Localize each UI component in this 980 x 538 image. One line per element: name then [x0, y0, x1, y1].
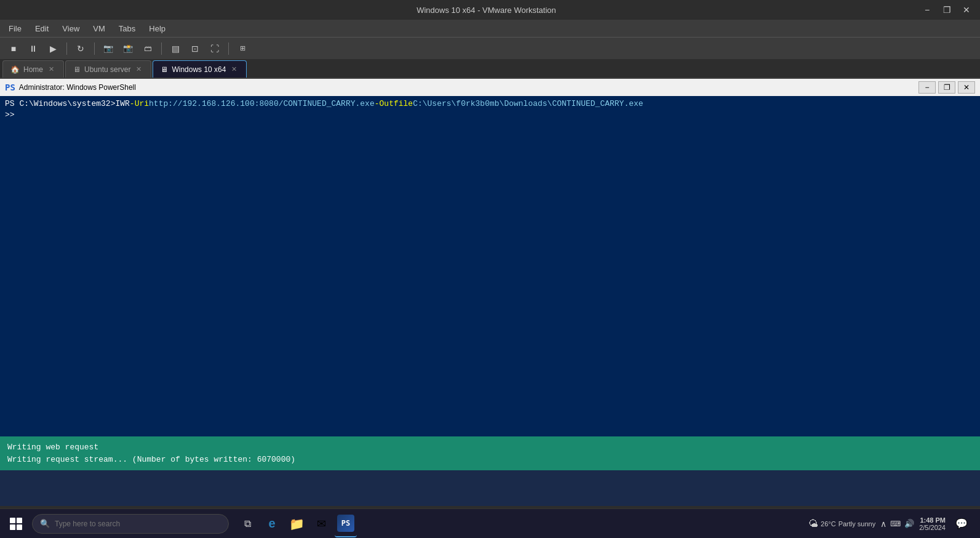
tab-windows10[interactable]: 🖥 Windows 10 x64 ✕	[153, 60, 247, 78]
ps-titlebar: PS Administrator: Windows PowerShell − ❐…	[0, 79, 980, 96]
refresh-button[interactable]: ↻	[72, 41, 89, 57]
ps-close-button[interactable]: ✕	[958, 81, 975, 94]
title-bar: Windows 10 x64 - VMware Workstation − ❐ …	[0, 0, 980, 20]
taskbar-icons: ⧉ e 📁 ✉ PS	[236, 510, 357, 537]
tab-home-close[interactable]: ✕	[47, 65, 56, 74]
fit-window-button[interactable]: ⊡	[186, 41, 204, 57]
weather-temp: 26°C	[821, 520, 836, 528]
tab-windows10-close[interactable]: ✕	[229, 65, 239, 74]
sidebar-toggle-button[interactable]: ▤	[167, 41, 184, 57]
ps-command-line: PS C:\Windows\system32> IWR -Uri http://…	[5, 98, 975, 110]
progress-line-1: Writing web request	[7, 441, 973, 454]
clock-time: 1:48 PM	[919, 516, 946, 524]
ps-window-title: Administrator: Windows PowerShell	[19, 83, 136, 92]
menu-vm[interactable]: VM	[87, 23, 111, 34]
ps-param-uri: -Uri	[130, 98, 149, 110]
edge-icon[interactable]: e	[261, 510, 283, 537]
close-button[interactable]: ✕	[958, 4, 975, 16]
tab-home-label: Home	[23, 65, 43, 74]
ps-titlebar-controls: − ❐ ✕	[918, 81, 975, 94]
logo-quad-4	[17, 524, 22, 530]
menu-bar: File Edit View VM Tabs Help	[0, 20, 980, 37]
start-button[interactable]	[2, 510, 30, 537]
pause-button[interactable]: ⏸	[25, 41, 42, 57]
ps-continuation-line: >>	[5, 110, 975, 121]
logo-quad-2	[17, 518, 22, 523]
clock[interactable]: 1:48 PM 2/5/2024	[919, 516, 946, 531]
ps-titlebar-title: PS Administrator: Windows PowerShell	[5, 82, 136, 92]
stop-button[interactable]: ■	[5, 41, 22, 57]
windows-icon: 🖥	[161, 65, 168, 74]
menu-edit[interactable]: Edit	[29, 23, 55, 34]
progress-text-1: Writing web request	[7, 443, 98, 452]
toolbar-separator-3	[161, 42, 162, 55]
tab-ubuntu-close[interactable]: ✕	[134, 65, 143, 74]
restore-button[interactable]: ❐	[938, 4, 955, 16]
tab-ubuntu[interactable]: 🖥 Ubuntu server ✕	[65, 60, 151, 78]
menu-tabs[interactable]: Tabs	[113, 23, 141, 34]
toolbar: ■ ⏸ ▶ ↻ 📷 📸 🗃 ▤ ⊡ ⛶ ⊞	[0, 37, 980, 59]
screenshot-button[interactable]: 📷	[100, 41, 117, 57]
snapshot-manager-button[interactable]: 🗃	[139, 41, 156, 57]
menu-view[interactable]: View	[56, 23, 86, 34]
tabs-bar: 🏠 Home ✕ 🖥 Ubuntu server ✕ 🖥 Windows 10 …	[0, 59, 980, 79]
fullscreen-button[interactable]: ⛶	[206, 41, 223, 57]
windows-logo	[10, 518, 22, 530]
powershell-window[interactable]: PS Administrator: Windows PowerShell − ❐…	[0, 79, 980, 470]
keyboard-icon[interactable]: ⌨	[890, 520, 901, 528]
weather-condition: Partly sunny	[839, 520, 876, 528]
toolbar-separator-4	[228, 42, 229, 55]
snapshot-button[interactable]: 📸	[119, 41, 137, 57]
play-button[interactable]: ▶	[44, 41, 62, 57]
tab-ubuntu-label: Ubuntu server	[84, 65, 130, 74]
taskbar: 🔍 ⧉ e 📁 ✉ PS 🌤 26°C Partly sunny ∧ ⌨ 🔊 1…	[0, 508, 980, 538]
home-icon: 🏠	[10, 65, 20, 74]
explorer-icon[interactable]: 📁	[285, 510, 308, 537]
ps-value-uri: http://192.168.126.100:8080/CONTINUED_CA…	[149, 98, 375, 110]
title-bar-title: Windows 10 x64 - VMware Workstation	[54, 6, 918, 15]
ps-param-outfile: -Outfile	[375, 98, 413, 110]
powershell-taskbar-icon[interactable]: PS	[335, 510, 357, 537]
ps-continuation: >>	[5, 110, 15, 121]
unity-button[interactable]: ⊞	[234, 41, 251, 57]
search-input[interactable]	[55, 520, 221, 528]
menu-help[interactable]: Help	[143, 23, 172, 34]
ps-prompt: PS C:\Windows\system32>	[5, 98, 115, 110]
ps-minimize-button[interactable]: −	[918, 81, 936, 94]
system-tray: ∧ ⌨ 🔊	[880, 519, 914, 529]
ps-icon-badge: PS	[337, 515, 354, 532]
ps-window-icon: PS	[5, 82, 15, 92]
ps-value-outfile: C:\Users\f0rk3b0mb\Downloads\CONTINUED_C…	[413, 98, 643, 110]
weather-widget[interactable]: 🌤 26°C Partly sunny	[808, 518, 875, 529]
progress-text-2: Writing request stream... (Number of byt…	[7, 455, 295, 464]
clock-date: 2/5/2024	[919, 524, 946, 531]
speaker-icon[interactable]: 🔊	[904, 519, 914, 528]
tab-home[interactable]: 🏠 Home ✕	[2, 60, 64, 78]
search-bar[interactable]: 🔍	[32, 514, 229, 534]
weather-icon: 🌤	[808, 518, 818, 529]
chevron-up-icon[interactable]: ∧	[880, 519, 886, 529]
notification-button[interactable]: 💬	[950, 510, 973, 537]
ps-cmd-iwr: IWR	[115, 98, 129, 110]
logo-quad-3	[10, 524, 15, 530]
menu-file[interactable]: File	[2, 23, 28, 34]
progress-line-2: Writing request stream... (Number of byt…	[7, 454, 973, 466]
minimize-button[interactable]: −	[918, 4, 936, 16]
logo-quad-1	[10, 518, 15, 523]
ps-restore-button[interactable]: ❐	[938, 81, 955, 94]
taskbar-right: 🌤 26°C Partly sunny ∧ ⌨ 🔊 1:48 PM 2/5/20…	[808, 510, 978, 537]
search-icon: 🔍	[40, 519, 50, 528]
tab-windows10-label: Windows 10 x64	[172, 65, 226, 74]
toolbar-separator-1	[66, 42, 67, 55]
progress-area: Writing web request Writing request stre…	[0, 436, 980, 470]
toolbar-separator-2	[94, 42, 95, 55]
task-view-icon[interactable]: ⧉	[236, 510, 258, 537]
mail-icon[interactable]: ✉	[310, 510, 332, 537]
ubuntu-icon: 🖥	[73, 65, 81, 74]
ps-content[interactable]: PS C:\Windows\system32> IWR -Uri http://…	[0, 96, 980, 436]
title-bar-controls: − ❐ ✕	[918, 4, 975, 16]
